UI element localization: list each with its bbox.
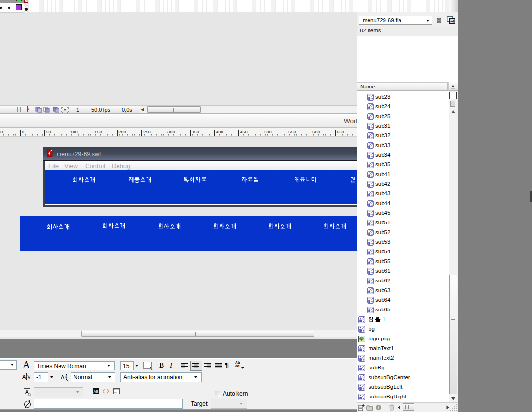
svg-text:A: A <box>61 374 65 380</box>
svg-text:V: V <box>27 374 31 380</box>
svg-text:a: a <box>65 375 67 378</box>
svg-text:AB: AB <box>94 389 99 394</box>
svg-text:A: A <box>25 389 29 395</box>
